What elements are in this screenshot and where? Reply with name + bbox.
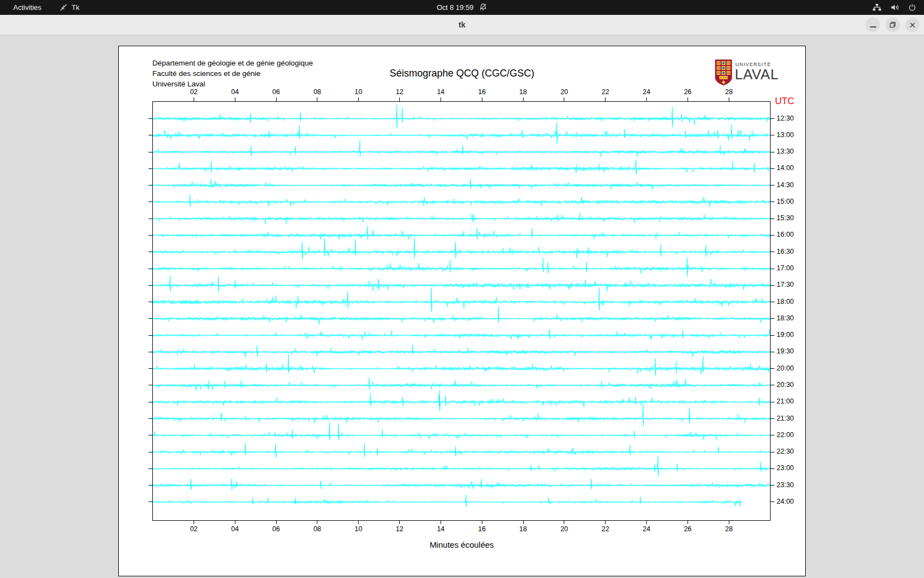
row-tick-left [148,235,153,236]
row-tick-left [148,135,153,135]
x-tick-bottom [646,520,647,524]
row-time-label: 17:00 [777,264,794,272]
row-tick-right [770,352,774,352]
app-indicator-label: Tk [72,3,79,12]
row-tick-left [148,468,153,469]
row-time-label: 20:30 [777,381,794,389]
row-time-label: 14:30 [777,181,794,189]
row-tick-left [148,201,153,202]
x-tick-label-top: 16 [474,88,490,96]
x-tick-label-top: 08 [309,88,326,96]
x-tick-label-bottom: 20 [556,525,573,533]
x-tick-label-bottom: 16 [474,525,490,533]
x-tick-label-top: 06 [268,88,284,96]
close-button[interactable]: ✕ [905,18,920,32]
x-axis-title: Minutes écoulées [119,540,805,549]
x-tick-bottom [729,520,729,524]
row-tick-right [770,402,774,402]
volume-icon [890,3,899,12]
x-tick-label-bottom: 06 [268,525,284,533]
x-tick-label-top: 28 [721,88,737,96]
row-tick-left [148,118,153,119]
x-tick-label-top: 10 [350,88,367,96]
x-tick-top [605,97,606,101]
x-tick-label-top: 22 [597,88,614,96]
x-tick-label-top: 04 [227,88,243,96]
x-tick-bottom [523,520,524,524]
row-time-label: 18:30 [777,314,794,322]
row-tick-right [770,201,774,202]
row-time-label: 21:00 [777,397,794,405]
institution-line-1: Département de géologie et de génie géol… [152,58,313,68]
row-tick-right [770,435,774,435]
row-tick-left [148,435,153,435]
x-tick-top [688,97,688,101]
logo-text-laval: LAVAL [735,66,779,83]
row-time-label: 22:30 [777,448,794,455]
x-tick-label-bottom: 18 [515,525,531,533]
row-tick-right [770,485,774,486]
row-tick-left [148,269,153,269]
x-tick-top [729,97,729,101]
x-tick-label-top: 02 [185,88,202,96]
row-tick-left [148,418,153,419]
row-time-label: 19:30 [777,347,794,355]
x-tick-label-top: 20 [556,88,573,96]
row-tick-right [770,235,774,236]
plot-frame [152,101,771,521]
row-time-label: 16:30 [777,248,794,255]
x-tick-top [276,97,277,101]
row-tick-left [148,501,153,502]
activities-button[interactable]: Activities [8,0,47,15]
row-tick-right [770,452,774,452]
window-title-bar[interactable]: tk ✕ [0,15,924,35]
row-tick-right [770,219,774,219]
clock-button[interactable]: Oct 8 19:59 [433,2,491,13]
clock-text: Oct 8 19:59 [437,3,474,12]
x-tick-label-bottom: 24 [639,525,655,533]
row-tick-right [770,318,774,319]
system-status-area[interactable] [872,0,916,15]
bell-muted-icon [479,3,487,13]
row-tick-left [148,402,153,402]
x-tick-top [646,97,647,101]
x-tick-bottom [605,520,606,524]
row-tick-left [148,252,153,252]
row-time-label: 16:00 [777,231,794,238]
x-tick-label-top: 14 [432,88,449,96]
seismograph-canvas: Département de géologie et de génie géol… [118,46,806,576]
x-tick-label-bottom: 08 [309,525,326,533]
app-indicator-tk[interactable]: Tk [59,0,79,15]
row-time-label: 23:00 [777,464,794,472]
row-tick-left [148,219,153,219]
x-tick-label-bottom: 28 [721,525,737,533]
x-tick-label-top: 24 [639,88,655,96]
row-tick-right [770,501,774,502]
row-tick-left [148,352,153,352]
x-tick-label-top: 12 [392,88,408,96]
row-time-label: 21:30 [777,415,794,422]
row-tick-right [770,368,774,369]
row-time-label: 15:30 [777,214,794,222]
row-time-label: 22:00 [777,431,794,439]
row-time-label: 13:30 [777,148,794,155]
minimize-button[interactable] [866,18,880,32]
x-tick-bottom [564,520,564,524]
x-tick-label-bottom: 10 [350,525,367,533]
tk-window-content: Département de géologie et de génie géol… [0,35,924,578]
x-tick-bottom [317,520,317,524]
maximize-button[interactable] [886,18,900,32]
row-tick-right [770,185,774,186]
row-tick-right [770,335,774,336]
row-tick-left [148,452,153,452]
power-icon [908,3,916,12]
x-tick-top [482,97,482,101]
row-tick-left [148,385,153,385]
row-tick-left [148,335,153,336]
plot-title: Séismographe QCQ (CGC/GSC) [119,68,805,79]
row-tick-right [770,285,774,286]
row-tick-left [148,185,153,186]
gnome-top-bar: Activities Tk Oct 8 19:59 [0,0,924,15]
x-tick-label-bottom: 04 [227,525,243,533]
row-time-label: 23:30 [777,481,794,489]
